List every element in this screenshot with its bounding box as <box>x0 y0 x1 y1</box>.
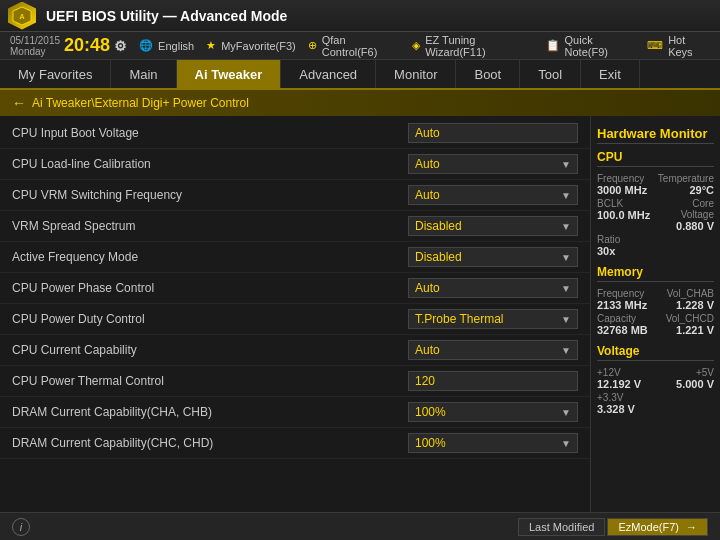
globe-icon: 🌐 <box>139 39 153 52</box>
mem-freq-label: Frequency <box>597 288 655 299</box>
hotkeys-item[interactable]: ⌨ Hot Keys <box>647 34 710 58</box>
gear-icon: ⚙ <box>114 38 127 54</box>
cpu-grid: Frequency 3000 MHz Temperature 29°C BCLK… <box>597 173 714 257</box>
setting-label: CPU Power Thermal Control <box>12 374 408 388</box>
setting-row-cpu-power-phase: CPU Power Phase Control Auto ▼ <box>0 273 590 304</box>
note-icon: 📋 <box>546 39 560 52</box>
cpu-freq-label: Frequency <box>597 173 655 184</box>
ratio-value: 30x <box>597 245 655 257</box>
dropdown-arrow-icon: ▼ <box>561 252 571 263</box>
vol-chab-value: 1.228 V <box>657 299 715 311</box>
voltage-section-title: Voltage <box>597 344 714 361</box>
setting-label: CPU Power Duty Control <box>12 312 408 326</box>
setting-label: CPU Input Boot Voltage <box>12 126 408 140</box>
last-modified-button[interactable]: Last Modified <box>518 518 605 536</box>
ezmode-button[interactable]: EzMode(F7) → <box>607 518 708 536</box>
dropdown-arrow-icon: ▼ <box>561 221 571 232</box>
breadcrumb-text: Ai Tweaker\External Digi+ Power Control <box>32 96 249 110</box>
setting-row-cpu-loadline: CPU Load-line Calibration Auto ▼ <box>0 149 590 180</box>
settings-panel: CPU Input Boot Voltage Auto CPU Load-lin… <box>0 116 590 512</box>
dropdown-arrow-icon: ▼ <box>561 159 571 170</box>
v33-value: 3.328 V <box>597 403 655 415</box>
core-voltage-value: 0.880 V <box>657 220 715 232</box>
key-icon: ⌨ <box>647 39 663 52</box>
setting-value[interactable]: T.Probe Thermal ▼ <box>408 309 578 329</box>
setting-value[interactable]: Disabled ▼ <box>408 216 578 236</box>
mem-freq-value: 2133 MHz <box>597 299 655 311</box>
ez-icon: ◈ <box>412 39 420 52</box>
cpu-temp-value: 29°C <box>657 184 715 196</box>
setting-value[interactable]: Auto ▼ <box>408 340 578 360</box>
setting-value[interactable]: 100% ▼ <box>408 402 578 422</box>
language-item[interactable]: 🌐 English <box>139 39 194 52</box>
v12-label: +12V <box>597 367 655 378</box>
v12-value: 12.192 V <box>597 378 655 390</box>
setting-value[interactable]: Disabled ▼ <box>408 247 578 267</box>
eztuning-item[interactable]: ◈ EZ Tuning Wizard(F11) <box>412 34 533 58</box>
clock: 20:48 ⚙ <box>64 35 127 56</box>
tab-my-favorites[interactable]: My Favorites <box>0 60 111 88</box>
dropdown-arrow-icon: ▼ <box>561 345 571 356</box>
tab-advanced[interactable]: Advanced <box>281 60 376 88</box>
setting-label: CPU VRM Switching Frequency <box>12 188 408 202</box>
bclk-value: 100.0 MHz <box>597 209 655 221</box>
info-bar: 05/11/2015 Monday 20:48 ⚙ 🌐 English ★ My… <box>0 32 720 60</box>
tab-ai-tweaker[interactable]: Ai Tweaker <box>177 60 282 88</box>
setting-value[interactable]: Auto <box>408 123 578 143</box>
setting-row-cpu-vrm-freq: CPU VRM Switching Frequency Auto ▼ <box>0 180 590 211</box>
vol-chcd-label: Vol_CHCD <box>657 313 715 324</box>
quicknote-item[interactable]: 📋 Quick Note(F9) <box>546 34 636 58</box>
setting-row-cpu-power-duty: CPU Power Duty Control T.Probe Thermal ▼ <box>0 304 590 335</box>
memory-section-title: Memory <box>597 265 714 282</box>
setting-value[interactable]: 100% ▼ <box>408 433 578 453</box>
status-bar: i Last Modified EzMode(F7) → <box>0 512 720 540</box>
cpu-temp-label: Temperature <box>657 173 715 184</box>
v5-label: +5V <box>657 367 715 378</box>
v5-value: 5.000 V <box>657 378 715 390</box>
setting-value[interactable]: Auto ▼ <box>408 278 578 298</box>
cpu-section-title: CPU <box>597 150 714 167</box>
tab-monitor[interactable]: Monitor <box>376 60 456 88</box>
cpu-freq-value: 3000 MHz <box>597 184 655 196</box>
memory-grid: Frequency 2133 MHz Vol_CHAB 1.228 V Capa… <box>597 288 714 336</box>
setting-value[interactable]: 120 <box>408 371 578 391</box>
tab-tool[interactable]: Tool <box>520 60 581 88</box>
dropdown-arrow-icon: ▼ <box>561 407 571 418</box>
setting-row-cpu-thermal-ctrl: CPU Power Thermal Control 120 <box>0 366 590 397</box>
setting-label: VRM Spread Spectrum <box>12 219 408 233</box>
setting-row-active-freq: Active Frequency Mode Disabled ▼ <box>0 242 590 273</box>
logo-shield: A <box>8 2 36 30</box>
setting-label: DRAM Current Capability(CHA, CHB) <box>12 405 408 419</box>
setting-row-dram-current-chcd: DRAM Current Capability(CHC, CHD) 100% ▼ <box>0 428 590 459</box>
setting-row-cpu-input-boot-voltage: CPU Input Boot Voltage Auto <box>0 118 590 149</box>
myfavorite-item[interactable]: ★ MyFavorite(F3) <box>206 39 296 52</box>
hw-monitor-title: Hardware Monitor <box>597 126 714 144</box>
info-icon: i <box>12 518 30 536</box>
dropdown-arrow-icon: ▼ <box>561 438 571 449</box>
svg-text:A: A <box>19 13 24 20</box>
app-title: UEFI BIOS Utility — Advanced Mode <box>46 8 287 24</box>
breadcrumb: ← Ai Tweaker\External Digi+ Power Contro… <box>0 90 720 116</box>
status-right: Last Modified EzMode(F7) → <box>518 518 708 536</box>
bclk-label: BCLK <box>597 198 655 209</box>
capacity-label: Capacity <box>597 313 655 324</box>
main-content: CPU Input Boot Voltage Auto CPU Load-lin… <box>0 116 720 512</box>
asus-logo: A <box>8 2 36 30</box>
tab-exit[interactable]: Exit <box>581 60 640 88</box>
dropdown-arrow-icon: ▼ <box>561 283 571 294</box>
datetime-small: 05/11/2015 Monday <box>10 35 60 57</box>
tab-boot[interactable]: Boot <box>456 60 520 88</box>
star-icon: ★ <box>206 39 216 52</box>
setting-value[interactable]: Auto ▼ <box>408 185 578 205</box>
dropdown-arrow-icon: ▼ <box>561 190 571 201</box>
capacity-value: 32768 MB <box>597 324 655 336</box>
exit-arrow-icon: → <box>686 521 697 533</box>
core-voltage-label: Core Voltage <box>657 198 715 220</box>
setting-value[interactable]: Auto ▼ <box>408 154 578 174</box>
qfan-item[interactable]: ⊕ Qfan Control(F6) <box>308 34 400 58</box>
title-bar: A UEFI BIOS Utility — Advanced Mode <box>0 0 720 32</box>
tab-main[interactable]: Main <box>111 60 176 88</box>
back-arrow[interactable]: ← <box>12 95 26 111</box>
setting-label: CPU Load-line Calibration <box>12 157 408 171</box>
ratio-label: Ratio <box>597 234 655 245</box>
